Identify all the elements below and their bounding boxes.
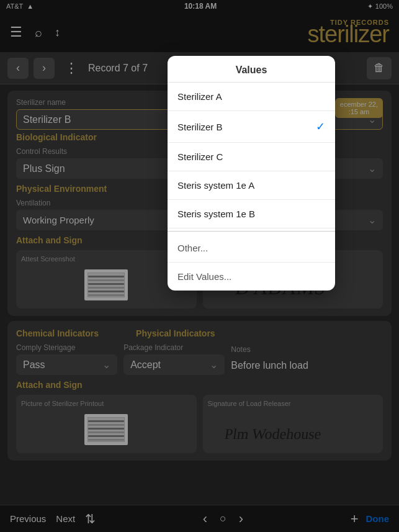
popup-item-sterilizer-c-label: Sterilizer C bbox=[177, 151, 223, 162]
popup-item-other-label: Other... bbox=[177, 243, 208, 253]
values-popup: Values Sterilizer A Sterilizer B ✓ Steri… bbox=[168, 56, 335, 291]
popup-item-sterilizer-a-label: Sterilizer A bbox=[177, 91, 222, 102]
popup-item-edit-values[interactable]: Edit Values... bbox=[168, 263, 335, 291]
popup-title: Values bbox=[168, 56, 335, 83]
popup-item-sterilizer-b-label: Sterilizer B bbox=[177, 122, 223, 132]
checkmark-icon: ✓ bbox=[316, 120, 325, 133]
popup-item-edit-values-label: Edit Values... bbox=[177, 271, 231, 282]
popup-item-steris-1e-b-label: Steris system 1e B bbox=[177, 209, 255, 219]
popup-item-sterilizer-b[interactable]: Sterilizer B ✓ bbox=[168, 111, 335, 143]
popup-item-sterilizer-c[interactable]: Sterilizer C bbox=[168, 143, 335, 171]
popup-item-steris-1e-a[interactable]: Steris system 1e A bbox=[168, 171, 335, 200]
popup-divider bbox=[168, 231, 335, 232]
popup-item-steris-1e-b[interactable]: Steris system 1e B bbox=[168, 200, 335, 228]
popup-item-steris-1e-a-label: Steris system 1e A bbox=[177, 180, 254, 191]
popup-item-sterilizer-a[interactable]: Sterilizer A bbox=[168, 83, 335, 111]
popup-item-other[interactable]: Other... bbox=[168, 234, 335, 263]
